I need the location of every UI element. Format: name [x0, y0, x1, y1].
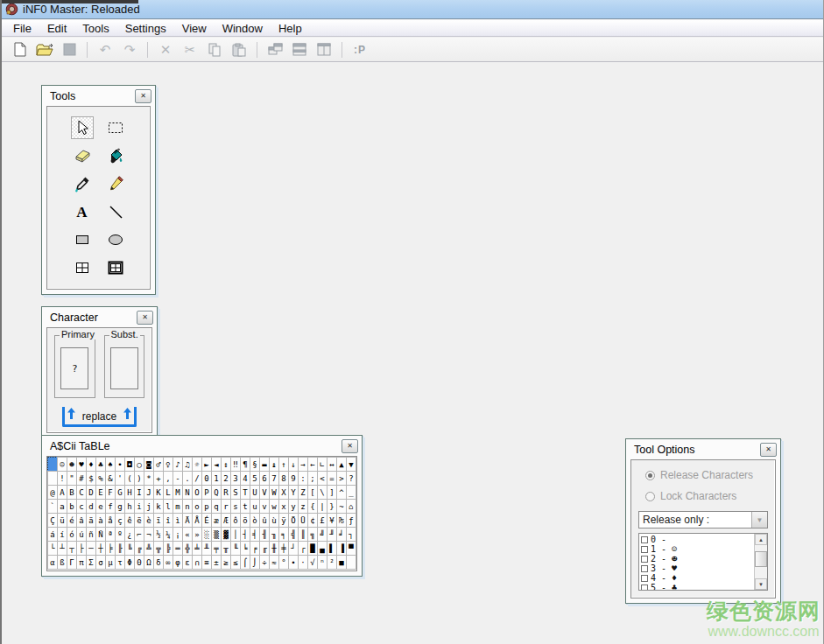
redo-button[interactable]: ↷: [118, 39, 141, 60]
primary-label: Primary: [60, 329, 96, 340]
scroll-down-icon[interactable]: ▼: [755, 578, 767, 590]
menu-item-file[interactable]: File: [5, 20, 39, 37]
menu-item-edit[interactable]: Edit: [39, 20, 74, 37]
character-palette-close-icon[interactable]: ✕: [137, 311, 153, 325]
ascii-table-window: A$Cii TaBLe ✕ ☺☻♥♦♣♠•◘○◙♂♀♪♫☼►◄↕‼¶§▬↨↑↓→…: [41, 435, 363, 577]
character-list: 0 - 1 - ☺2 - ☻3 - ♥4 - ♦5 - ♣ ▲ ▼: [638, 533, 768, 591]
table-advanced-tool[interactable]: [104, 256, 127, 279]
ascii-cell-63[interactable]: ?: [346, 471, 356, 486]
ascii-table-titlebar[interactable]: A$Cii TaBLe ✕: [42, 436, 362, 456]
character-list-row-4[interactable]: 4 - ♦: [641, 573, 754, 583]
tools-grid: A: [47, 107, 150, 289]
paint-bucket-icon: [106, 146, 125, 165]
watermark-url: www.downcc.com: [707, 624, 820, 640]
tool-options-titlebar[interactable]: Tool Options ✕: [626, 439, 780, 459]
new-button[interactable]: [9, 39, 32, 60]
delete-icon: ✕: [160, 43, 172, 56]
checkbox-icon[interactable]: [641, 565, 648, 572]
list-scrollbar[interactable]: ▲ ▼: [754, 534, 767, 590]
subst-label: Subst.: [109, 329, 140, 340]
menu-bar: FileEditToolsSettingsViewWindowHelp: [2, 20, 823, 37]
ascii-table-close-icon[interactable]: ✕: [342, 439, 358, 453]
character-list-row-0[interactable]: 0 -: [641, 535, 754, 544]
eraser-tool[interactable]: [71, 144, 94, 167]
ascii-cell-159[interactable]: ƒ: [346, 513, 356, 528]
arrow-up-icon: [123, 407, 131, 423]
menu-item-window[interactable]: Window: [215, 20, 271, 37]
ascii-cell-223[interactable]: ▀: [346, 541, 356, 556]
selection-tool[interactable]: [104, 116, 127, 139]
release-characters-option[interactable]: Release Characters: [645, 469, 768, 481]
ascii-grid: ☺☻♥♦♣♠•◘○◙♂♀♪♫☼►◄↕‼¶§▬↨↑↓→←∟↔▲▼ !"#$%&'(…: [47, 457, 356, 570]
save-button[interactable]: [58, 39, 81, 60]
subst-character-group: Subst.: [104, 335, 145, 398]
subst-character-box[interactable]: [110, 347, 138, 389]
radio-selected-icon[interactable]: [645, 471, 655, 480]
character-list-label: 2 - ☻: [651, 555, 677, 564]
line-tool[interactable]: [104, 200, 127, 223]
tools-palette-titlebar[interactable]: Tools ✕: [42, 86, 155, 106]
delete-button[interactable]: ✕: [154, 39, 177, 60]
lock-characters-option[interactable]: Lock Characters: [645, 490, 768, 502]
character-palette-titlebar[interactable]: Character ✕: [42, 307, 157, 327]
rectangle-tool[interactable]: [71, 228, 94, 251]
paste-button[interactable]: [228, 39, 250, 60]
checkbox-icon[interactable]: [641, 536, 648, 543]
cascade-windows-button[interactable]: [264, 39, 286, 60]
ascii-cell-95[interactable]: _: [346, 485, 356, 500]
character-list-row-3[interactable]: 3 - ♥: [641, 564, 754, 573]
ascii-cell-127[interactable]: ⌂: [346, 499, 356, 514]
toolbar-separator: [342, 42, 342, 58]
scroll-up-icon[interactable]: ▲: [755, 534, 767, 545]
tile-vertical-button[interactable]: [313, 39, 335, 60]
dropdown-arrow-icon[interactable]: ▼: [751, 512, 767, 528]
menu-item-tools[interactable]: Tools: [74, 20, 116, 37]
table-tool[interactable]: [71, 256, 94, 279]
checkbox-icon[interactable]: [641, 584, 648, 591]
tools-palette-close-icon[interactable]: ✕: [135, 89, 151, 103]
menu-item-view[interactable]: View: [174, 20, 215, 37]
character-list-label: 3 - ♥: [651, 564, 677, 573]
menu-item-help[interactable]: Help: [271, 20, 310, 37]
checkbox-icon[interactable]: [641, 575, 648, 582]
watermark: 绿色资源网 www.downcc.com: [707, 597, 820, 640]
emote-button[interactable]: :P: [349, 39, 371, 60]
replace-button[interactable]: replace: [62, 407, 137, 427]
release-mode-dropdown[interactable]: Release only : ▼: [638, 511, 768, 528]
app-icon: [5, 3, 18, 16]
open-button[interactable]: [33, 39, 56, 60]
undo-button[interactable]: ↶: [94, 39, 116, 60]
tile-vertical-icon: [317, 43, 331, 56]
ascii-cell-31[interactable]: ▼: [346, 457, 356, 472]
copy-button[interactable]: [203, 39, 226, 60]
checkbox-icon[interactable]: [641, 556, 648, 563]
character-list-row-5[interactable]: 5 - ♣: [641, 583, 754, 590]
character-list-items: 0 - 1 - ☺2 - ☻3 - ♥4 - ♦5 - ♣: [639, 534, 754, 590]
paste-icon: [232, 43, 246, 57]
radio-unselected-icon[interactable]: [645, 492, 655, 501]
tool-options-close-icon[interactable]: ✕: [760, 443, 777, 457]
scroll-thumb[interactable]: [755, 551, 767, 567]
menu-item-settings[interactable]: Settings: [117, 20, 174, 37]
fill-tool[interactable]: [104, 144, 127, 167]
cursor-tool[interactable]: [71, 116, 94, 139]
cut-button[interactable]: ✂: [179, 39, 201, 60]
ascii-cell-255[interactable]: [346, 555, 356, 570]
dropdown-value: Release only :: [639, 514, 751, 526]
character-palette-body: Primary ? Subst. replace: [46, 327, 152, 433]
pencil-tool[interactable]: [104, 172, 127, 195]
primary-character-box[interactable]: ?: [60, 347, 88, 389]
character-list-row-2[interactable]: 2 - ☻: [641, 554, 754, 564]
text-tool[interactable]: A: [71, 200, 94, 223]
checkbox-icon[interactable]: [641, 546, 648, 553]
tools-palette-title: Tools: [50, 90, 75, 102]
ellipse-tool[interactable]: [104, 228, 127, 251]
tool-options-window: Tool Options ✕ Release Characters Lock C…: [625, 438, 781, 604]
character-list-row-1[interactable]: 1 - ☺: [641, 544, 754, 554]
scroll-track[interactable]: [755, 567, 767, 578]
tile-horizontal-button[interactable]: [288, 39, 311, 60]
tile-horizontal-icon: [292, 43, 306, 56]
toolbar-separator: [147, 42, 148, 58]
picker-tool[interactable]: [71, 172, 94, 195]
ascii-cell-191[interactable]: ┐: [346, 527, 356, 542]
